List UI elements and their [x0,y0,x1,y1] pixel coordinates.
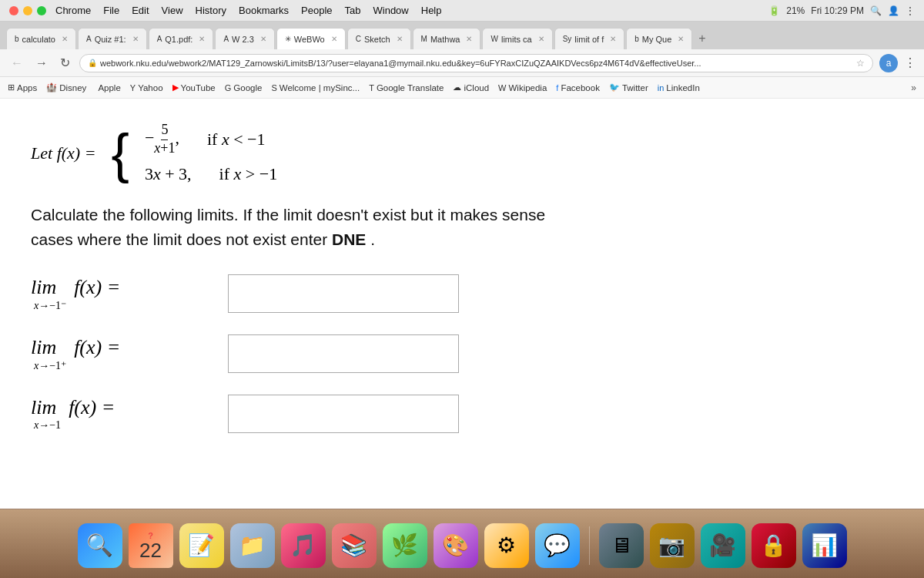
dock-item-app8[interactable]: 🎨 [434,523,478,568]
limit-row-2: lim x→−1⁺ f(x) = [31,334,893,373]
bookmark-yahoo[interactable]: Y Yahoo [130,83,163,92]
tab-label: Mathwa [430,35,460,44]
tab-close-myque[interactable]: ✕ [678,35,684,43]
menu-tab[interactable]: Tab [345,5,361,16]
menu-file[interactable]: File [103,5,119,16]
dock-item-app10[interactable]: 💬 [535,523,580,568]
tab-calculator[interactable]: b calculato ✕ [6,28,76,49]
bookmark-apps[interactable]: ⊞ Apps [8,82,37,92]
facebook-icon: f [556,83,558,92]
dock-item-app9[interactable]: ⚙ [484,523,529,568]
chrome-menu-icon[interactable]: ⋮ [904,55,916,70]
lim-subscript-1: x→−1⁻ [34,299,66,312]
account-icon[interactable]: 👤 [888,5,899,16]
tab-close-calculator[interactable]: ✕ [62,35,68,43]
menu-window[interactable]: Window [373,5,409,16]
bookmark-welcome[interactable]: S Welcome | mySinc... [271,83,360,92]
open-brace: { [112,126,129,180]
tab-close-mathwa[interactable]: ✕ [466,35,472,43]
linkedin-icon: in [658,83,665,92]
reload-button[interactable]: ↻ [57,55,73,70]
menu-view[interactable]: View [162,5,183,16]
menu-help[interactable]: Help [421,5,442,16]
case1-condition: if x < −1 [207,129,266,150]
answer-input-2[interactable] [228,334,459,373]
tab-w23[interactable]: A W 2.3 ✕ [215,28,274,49]
twitter-icon: 🐦 [609,82,620,92]
tab-quiz[interactable]: A Quiz #1: ✕ [78,28,147,49]
dock-item-app7[interactable]: 🌿 [383,523,427,568]
tab-close-w23[interactable]: ✕ [260,35,266,43]
main-content: Let f(x) = { −5x+1, if x < −1 3x + 3, if… [0,99,924,509]
answer-input-1[interactable] [228,274,459,313]
tab-webwork[interactable]: ✳ WeBWo ✕ [276,28,346,49]
tab-close-limits[interactable]: ✕ [538,35,544,43]
tab-limits[interactable]: W limits ca ✕ [482,28,552,49]
dock-item-finder[interactable]: 🔍 [78,523,122,568]
bookmark-linkedin[interactable]: in LinkedIn [658,83,700,92]
limit-row-1: lim x→−1⁻ f(x) = [31,274,893,313]
bookmark-twitter[interactable]: 🐦 Twitter [609,82,648,92]
lim-word-3: lim [31,396,56,419]
dne-label: DNE [332,230,366,248]
bookmark-facebook[interactable]: f Facebook [556,83,600,92]
case2-formula: 3x + 3, [145,164,192,184]
tab-label: My Que [642,35,672,44]
tab-close-sketch[interactable]: ✕ [397,35,403,43]
tab-myque[interactable]: b My Que ✕ [626,28,692,49]
menu-history[interactable]: History [196,5,226,16]
bookmark-disney[interactable]: 🏰 Disney [46,82,86,92]
dock-item-app14[interactable]: 🔒 [752,523,796,568]
lock-icon: 🔒 [88,59,97,67]
forward-button[interactable]: → [32,56,51,70]
dock-item-app13[interactable]: 🎥 [701,523,745,568]
tab-close-quiz[interactable]: ✕ [132,35,139,43]
menu-bookmarks[interactable]: Bookmarks [239,5,289,16]
tab-pdf[interactable]: A Q1.pdf: ✕ [149,28,214,49]
bookmark-youtube[interactable]: ▶ YouTube [172,82,216,92]
maximize-button[interactable] [37,6,46,15]
tab-icon-limits: W [490,35,497,43]
dock-item-calendar[interactable]: ? 22 [129,523,173,568]
dock-item-app12[interactable]: 📷 [650,523,695,568]
tab-sketch[interactable]: C Sketch ✕ [347,28,411,49]
minimize-button[interactable] [23,6,32,15]
close-button[interactable] [9,6,18,15]
bookmark-star-icon[interactable]: ☆ [856,58,865,69]
lim-word-2: lim [31,336,56,359]
search-icon[interactable]: 🔍 [870,5,882,16]
bookmarks-more-icon[interactable]: » [911,82,916,93]
answer-input-3[interactable] [228,395,459,433]
icloud-icon: ☁ [453,82,461,92]
piecewise-case-2: 3x + 3, if x > −1 [145,164,277,184]
menu-dots-icon[interactable]: ⋮ [906,5,915,16]
back-button[interactable]: ← [8,56,26,70]
tab-close-limitof[interactable]: ✕ [610,35,616,43]
bookmark-apple[interactable]: Apple [95,83,120,92]
dock-item-books[interactable]: 📚 [332,523,377,568]
tab-limitof[interactable]: Sy limit of f ✕ [554,28,625,49]
traffic-lights [9,6,46,15]
menu-edit[interactable]: Edit [132,5,149,16]
dock-item-music[interactable]: 🎵 [281,523,326,568]
bookmark-wikipedia[interactable]: W Wikipedia [498,83,547,92]
bookmark-translate[interactable]: T Google Translate [369,83,444,92]
bookmark-label: Apps [17,83,37,92]
bookmark-google[interactable]: G Google [225,83,263,92]
dock-item-app15[interactable]: 📊 [802,523,847,568]
tab-mathwa[interactable]: M Mathwa ✕ [413,28,481,49]
url-bar[interactable]: 🔒 webwork.nku.edu/webwork2/MAT129_Zarnow… [79,54,873,72]
bookmark-icloud[interactable]: ☁ iCloud [453,82,489,92]
dock-item-files[interactable]: 📁 [230,523,275,568]
tab-close-pdf[interactable]: ✕ [199,35,205,43]
account-circle[interactable]: a [879,54,898,72]
tab-close-webwork[interactable]: ✕ [331,35,337,43]
menu-people[interactable]: People [301,5,332,16]
dock-item-app11[interactable]: 🖥 [599,523,644,568]
tab-label: Sketch [364,35,390,44]
menu-chrome[interactable]: Chrome [55,5,91,16]
dock-item-notes[interactable]: 📝 [179,523,224,568]
bookmark-label: Welcome | mySinc... [280,83,360,92]
limit-expr-1: lim x→−1⁻ f(x) = [31,276,216,312]
new-tab-button[interactable]: + [694,28,710,49]
